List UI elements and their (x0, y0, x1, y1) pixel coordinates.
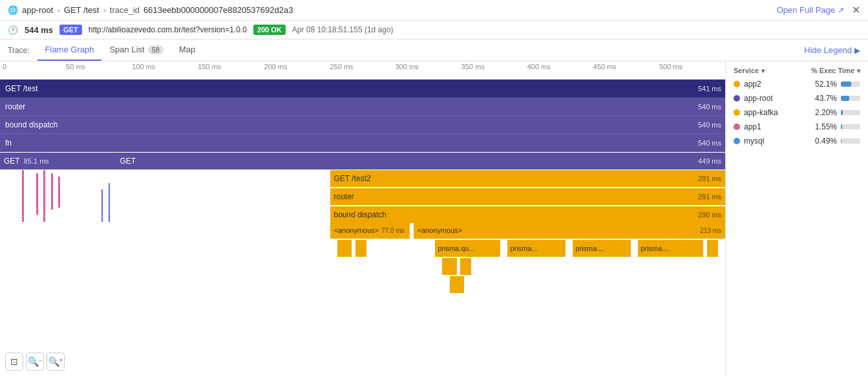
flame-bar-fn: fn 540 ms (0, 135, 725, 151)
tiny-row (0, 276, 725, 294)
legend-bar-bg (841, 96, 860, 101)
flame-bar-bound-dispatch: bound dispatch 540 ms (0, 116, 725, 133)
tab-flame-graph[interactable]: Flame Graph (37, 39, 102, 61)
flame-bar-get-1: GET 85.1 ms (0, 153, 116, 169)
span-line-1 (22, 170, 24, 222)
legend-bar-fill (841, 110, 843, 115)
sub-prisma-2 (460, 258, 471, 275)
hide-legend-button[interactable]: Hide Legend ▶ (804, 45, 860, 55)
timestamp-text: Apr 08 10:18:51.155 (1d ago) (292, 25, 394, 34)
legend-exec-header[interactable]: % Exec Time ▾ (811, 67, 860, 74)
sep2: › (103, 5, 105, 15)
tiny-1 (450, 276, 464, 293)
tabs-left: Trace: Flame Graph Span List 58 Map (8, 39, 203, 61)
legend-bar-fill (841, 138, 842, 144)
tick-200: 200 ms (264, 63, 287, 71)
url-text: http://abilioazevedo.com.br/test?version… (89, 25, 247, 34)
close-icon[interactable]: ✕ (852, 4, 860, 16)
legend-items-container: app2 52.1% app-root 43.7% app-kafka 2.20… (731, 77, 863, 148)
legend-pct: 43.7% (812, 94, 837, 103)
status-badge: 200 OK (253, 25, 286, 35)
sub-prisma-row (0, 258, 725, 276)
flame-bar-router-2[interactable]: router 291 ms (330, 188, 726, 205)
trace-id-label: trace_id (110, 5, 140, 15)
trace-id-value: 6613eebb000000007e8820537692d2a3 (143, 5, 293, 15)
flame-row-router[interactable]: router 540 ms (0, 98, 725, 116)
flame-row-bound-dispatch[interactable]: bound dispatch 540 ms (0, 116, 725, 134)
legend-item-app-root: app-root 43.7% (731, 91, 863, 105)
legend-name: mysql (744, 136, 809, 146)
time-ruler: 0 50 ms 100 ms 150 ms 200 ms 250 ms 300 … (0, 61, 725, 80)
tick-100: 100 ms (132, 63, 155, 71)
tab-map[interactable]: Map (171, 39, 203, 61)
legend-name: app2 (744, 80, 809, 89)
legend-dot (734, 109, 740, 116)
flame-row-get[interactable]: GET 85.1 ms GET 449 ms (0, 152, 725, 170)
legend-bar-bg (841, 82, 860, 87)
sort-icon: ▾ (761, 67, 765, 74)
sub-prisma-1 (442, 258, 456, 275)
method-badge: GET (59, 25, 82, 35)
main-content: 0 50 ms 100 ms 150 ms 200 ms 250 ms 300 … (0, 61, 868, 376)
sub-bar: 🕐 544 ms GET http://abilioazevedo.com.br… (0, 21, 868, 39)
span-line-3 (43, 170, 45, 222)
span-line-blue-2 (109, 183, 110, 222)
sub-spans-area: GET /test2 291 ms router 291 ms bound di… (0, 170, 725, 222)
prisma-row: prisma.qu... prisma... prisma.... prisma… (0, 240, 725, 258)
legend-item-app-kafka: app-kafka 2.20% (731, 105, 863, 120)
tab-span-list[interactable]: Span List 58 (101, 39, 171, 61)
legend-pct: 0.49% (812, 136, 837, 146)
span-list-badge: 58 (148, 45, 164, 54)
clock-icon: 🕐 (8, 25, 18, 35)
flame-bar-bound-dispatch-2[interactable]: bound dispatch 290 ms (330, 206, 726, 223)
prisma-mini-4 (707, 240, 718, 257)
legend-pct: 52.1% (812, 80, 837, 89)
legend-bar-fill (841, 124, 842, 129)
span-line-4 (51, 173, 53, 210)
tick-150: 150 ms (198, 63, 221, 71)
sep1: › (57, 5, 59, 15)
tick-350: 350 ms (461, 63, 485, 71)
flame-bar-anonymous-2[interactable]: <anonymous> 213 ms (414, 222, 725, 239)
span-line-5 (58, 177, 60, 208)
app-name: app-root (22, 5, 53, 15)
flame-bar-router: router 540 ms (0, 98, 725, 115)
flame-bar-prisma-1[interactable]: prisma.qu... (435, 240, 500, 257)
trace-label: Trace: (8, 41, 30, 60)
prisma-mini-2 (355, 240, 366, 257)
flame-bar-prisma-4[interactable]: prisma.... (638, 240, 689, 257)
zoom-in-button[interactable]: 🔍+ (47, 353, 65, 371)
tick-300: 300 ms (395, 63, 418, 71)
flame-bar-get-test2[interactable]: GET /test2 291 ms (330, 170, 726, 187)
anonymous-row: <anonymous> 77.0 ms <anonymous> 213 ms (0, 222, 725, 240)
legend-service-header[interactable]: Service ▾ (734, 67, 765, 74)
legend-dot (734, 138, 740, 144)
breadcrumb-method: GET /test (64, 5, 100, 15)
tick-450: 450 ms (593, 63, 617, 71)
flame-bar-get-test: GET /test 541 ms (0, 80, 725, 97)
ruler-inner: 0 50 ms 100 ms 150 ms 200 ms 250 ms 300 … (0, 63, 725, 78)
flame-row-get-test[interactable]: GET /test 541 ms (0, 80, 725, 98)
reset-zoom-button[interactable]: ⊡ (5, 353, 23, 371)
flame-bar-anonymous-1[interactable]: <anonymous> 77.0 ms (330, 222, 410, 239)
zoom-out-button[interactable]: 🔍− (26, 353, 44, 371)
legend-bar-fill (841, 96, 849, 101)
flame-bar-prisma-3[interactable]: prisma.... (573, 240, 631, 257)
prisma-mini-1 (337, 240, 352, 257)
tick-400: 400 ms (527, 63, 551, 71)
legend-name: app-root (744, 94, 809, 103)
legend-dot (734, 81, 740, 87)
open-full-page-button[interactable]: Open Full Page ↗ (777, 5, 844, 15)
legend-pct: 1.55% (812, 122, 837, 131)
flame-bar-get-2: GET 449 ms (116, 153, 725, 169)
legend-pct: 2.20% (812, 108, 837, 117)
flame-area: 0 50 ms 100 ms 150 ms 200 ms 250 ms 300 … (0, 61, 726, 376)
bottom-controls: ⊡ 🔍− 🔍+ (5, 353, 65, 371)
flame-row-fn[interactable]: fn 540 ms (0, 134, 725, 152)
legend-panel: Service ▾ % Exec Time ▾ app2 52.1% app-r… (726, 61, 868, 376)
flame-rows: GET /test 541 ms router 540 ms bound dis… (0, 80, 725, 376)
legend-dot (734, 124, 740, 130)
duration-label: 544 ms (25, 25, 53, 35)
top-bar: 🌐 app-root › GET /test › trace_id 6613ee… (0, 0, 868, 21)
flame-bar-prisma-2[interactable]: prisma... (507, 240, 566, 257)
